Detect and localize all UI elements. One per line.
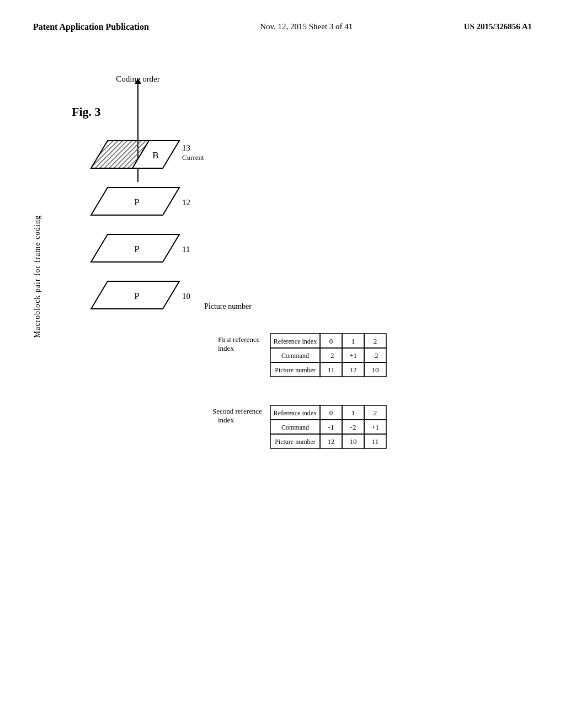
svg-text:-2: -2 (372, 351, 379, 360)
svg-text:2: 2 (374, 409, 377, 417)
svg-text:0: 0 (329, 337, 333, 345)
svg-text:P: P (134, 244, 139, 254)
second-ref-title-1: Second reference (212, 407, 262, 415)
svg-text:Picture number: Picture number (275, 438, 316, 446)
first-ref-table: Reference index 0 1 2 Command -2 +1 -2 P… (270, 334, 386, 377)
first-ref-title-2: index (218, 344, 234, 352)
svg-text:1: 1 (351, 409, 355, 417)
svg-text:-2: -2 (328, 351, 334, 360)
svg-text:11: 11 (328, 366, 335, 374)
frame-12: P (91, 188, 179, 215)
first-ref-title-1: First reference (218, 335, 260, 344)
svg-text:12: 12 (350, 366, 357, 374)
svg-text:2: 2 (374, 337, 377, 345)
frame-10: P (91, 281, 179, 309)
svg-text:B: B (152, 150, 158, 160)
svg-text:P: P (134, 291, 139, 301)
frame-12-number: 12 (182, 198, 190, 207)
svg-text:P: P (134, 197, 139, 207)
svg-text:12: 12 (328, 437, 335, 446)
svg-text:10: 10 (350, 437, 357, 446)
svg-text:+1: +1 (371, 423, 379, 431)
svg-text:-1: -1 (328, 423, 334, 431)
svg-text:Command: Command (281, 352, 309, 360)
figure-area: Fig. 3 Macroblock pair for frame coding … (22, 72, 543, 706)
picture-number-label: Picture number (204, 302, 252, 311)
svg-text:Reference index: Reference index (274, 338, 317, 345)
frame-10-number: 10 (182, 292, 190, 301)
svg-text:0: 0 (329, 409, 333, 417)
svg-text:1: 1 (351, 337, 355, 345)
svg-text:11: 11 (372, 437, 379, 446)
publication-label: Patent Application Publication (33, 22, 149, 32)
svg-text:Reference index: Reference index (274, 409, 317, 417)
diagram-svg: Coding order P 10 P 11 P 12 (55, 72, 552, 568)
svg-text:10: 10 (372, 366, 379, 374)
frame-13-number: 13 (182, 143, 190, 152)
second-ref-table: Reference index 0 1 2 Command -1 -2 +1 P… (270, 405, 386, 448)
macroblock-label: Macroblock pair for frame coding (33, 215, 42, 338)
frame-11: P (91, 234, 179, 262)
patent-number: US 2015/326856 A1 (464, 22, 532, 31)
svg-text:Command: Command (281, 424, 309, 431)
sheet-info: Nov. 12, 2015 Sheet 3 of 41 (260, 22, 353, 31)
frame-11-number: 11 (182, 245, 190, 254)
second-ref-title-2: index (218, 416, 234, 424)
svg-text:+1: +1 (349, 351, 357, 360)
svg-text:Picture number: Picture number (275, 366, 316, 374)
svg-text:-2: -2 (350, 423, 356, 431)
current-label: Current (182, 153, 204, 162)
frame-13: B (91, 141, 179, 168)
